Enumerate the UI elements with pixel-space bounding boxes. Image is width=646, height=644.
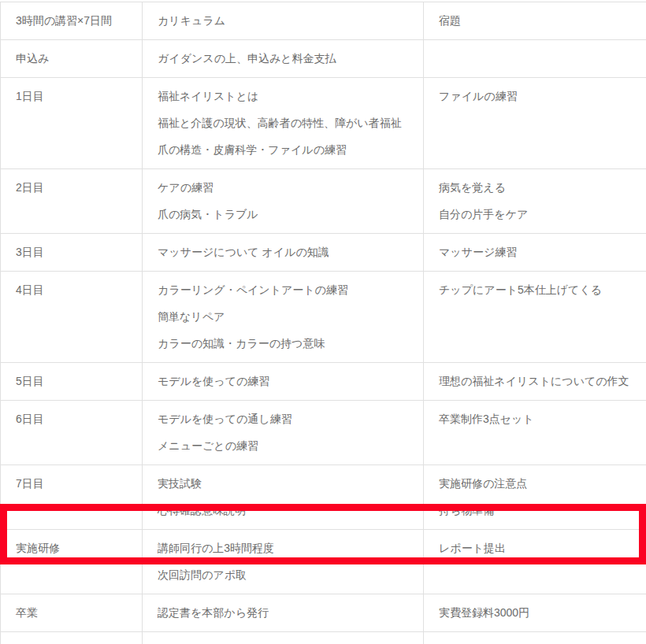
- day-label-cell: 申込み: [1, 40, 143, 78]
- curriculum-line: カラーの知識・カラーの持つ意味: [158, 335, 414, 352]
- homework-line: 理想の福祉ネイリストについての作文: [439, 373, 637, 390]
- day-label-cell: 4日目: [1, 272, 143, 363]
- curriculum-cell: 実技試験 心得確認意味説明: [143, 465, 424, 530]
- day-label-cell: 7日目: [1, 465, 143, 530]
- header-cell-homework: 宿題: [424, 2, 646, 40]
- day-label: 2日目: [16, 180, 132, 196]
- curriculum-table: 3時間の講習×7日間 カリキュラム 宿題 申込み ガイダンスの上、申込みと料金支…: [0, 2, 646, 644]
- table-row: 7日目 実技試験 心得確認意味説明 実施研修の注意点 持ち物準備: [1, 465, 646, 530]
- curriculum-cell: ケアの練習 爪の病気・トラブル: [143, 169, 424, 234]
- curriculum-line: 実技試験: [158, 476, 414, 492]
- day-label-cell: 季節のアートセミナー: [1, 632, 143, 644]
- curriculum-line: 次回訪問のアポ取: [158, 567, 414, 583]
- table-row: 6日目 モデルを使っての通し練習 メニューごとの練習 卒業制作3点セット: [1, 401, 646, 465]
- highlighted-row: 実施研修 講師同行の上3時間程度 次回訪問のアポ取 レポート提出: [1, 530, 646, 594]
- homework-line: ファイルの練習: [439, 88, 637, 105]
- homework-line: 実施研修の注意点: [439, 476, 637, 492]
- homework-cell: 実費登録料3000円: [424, 594, 646, 632]
- curriculum-cell: 年に4回: [143, 632, 424, 644]
- curriculum-line: 爪の病気・トラブル: [158, 206, 414, 223]
- homework-cell: マッサージ練習: [424, 234, 646, 272]
- homework-cell: チップにアート5本仕上げてくる: [424, 272, 646, 363]
- day-label-cell: 5日目: [1, 363, 143, 401]
- table-row: 4日目 カラーリング・ペイントアートの練習 簡単なリペア カラーの知識・カラーの…: [1, 272, 646, 363]
- day-label-cell: 3日目: [1, 234, 143, 272]
- curriculum-cell: モデルを使っての練習: [143, 363, 424, 401]
- curriculum-cell: 講師同行の上3時間程度 次回訪問のアポ取: [143, 530, 424, 594]
- header-cell-curriculum: カリキュラム: [143, 2, 424, 40]
- curriculum-line: 認定書を本部から発行: [158, 605, 414, 621]
- homework-cell: レポート提出: [424, 530, 646, 594]
- curriculum-line: ケアの練習: [158, 180, 414, 196]
- day-label: 5日目: [16, 373, 132, 390]
- header-duration-label: 3時間の講習×7日間: [16, 13, 132, 29]
- homework-cell: ファイルの練習: [424, 78, 646, 169]
- curriculum-line: 爪の構造・皮膚科学・ファイルの練習: [158, 142, 414, 158]
- curriculum-cell: モデルを使っての通し練習 メニューごとの練習: [143, 401, 424, 465]
- day-label: 申込み: [16, 50, 132, 67]
- homework-line: チップにアート5本仕上げてくる: [439, 282, 637, 298]
- curriculum-line: 講師同行の上3時間程度: [158, 540, 414, 557]
- day-label: 卒業: [16, 605, 132, 621]
- curriculum-line: メニューごとの練習: [158, 438, 414, 454]
- day-label: 1日目: [16, 88, 132, 105]
- table-row: 申込み ガイダンスの上、申込みと料金支払: [1, 40, 646, 78]
- curriculum-page: 3時間の講習×7日間 カリキュラム 宿題 申込み ガイダンスの上、申込みと料金支…: [0, 0, 646, 644]
- day-label-cell: 実施研修: [1, 530, 143, 594]
- homework-line: 自分の片手をケア: [439, 206, 637, 223]
- table-row: 卒業 認定書を本部から発行 実費登録料3000円: [1, 594, 646, 632]
- curriculum-line: 福祉と介護の現状、高齢者の特性、障がい者福祉: [158, 115, 414, 131]
- homework-cell: 年に4回: [424, 632, 646, 644]
- day-label-cell: 6日目: [1, 401, 143, 465]
- header-cell-duration: 3時間の講習×7日間: [1, 2, 143, 40]
- curriculum-line: カラーリング・ペイントアートの練習: [158, 282, 414, 298]
- curriculum-line: モデルを使っての練習: [158, 373, 414, 390]
- homework-line: 卒業制作3点セット: [439, 411, 637, 427]
- table-row: 季節のアートセミナー 年に4回 年に4回: [1, 632, 646, 644]
- homework-cell: 病気を覚える 自分の片手をケア: [424, 169, 646, 234]
- curriculum-line: 簡単なリペア: [158, 309, 414, 325]
- curriculum-cell: 福祉ネイリストとは 福祉と介護の現状、高齢者の特性、障がい者福祉 爪の構造・皮膚…: [143, 78, 424, 169]
- table-row: 3日目 マッサージについて オイルの知識 マッサージ練習: [1, 234, 646, 272]
- homework-cell: 理想の福祉ネイリストについての作文: [424, 363, 646, 401]
- day-label-cell: 卒業: [1, 594, 143, 632]
- curriculum-cell: 認定書を本部から発行: [143, 594, 424, 632]
- homework-cell: 実施研修の注意点 持ち物準備: [424, 465, 646, 530]
- homework-line: レポート提出: [439, 540, 637, 557]
- homework-line: マッサージ練習: [439, 244, 637, 261]
- table-row: 1日目 福祉ネイリストとは 福祉と介護の現状、高齢者の特性、障がい者福祉 爪の構…: [1, 78, 646, 169]
- day-label: 3日目: [16, 244, 132, 261]
- curriculum-cell: マッサージについて オイルの知識: [143, 234, 424, 272]
- table-row: 2日目 ケアの練習 爪の病気・トラブル 病気を覚える 自分の片手をケア: [1, 169, 646, 234]
- curriculum-cell: カラーリング・ペイントアートの練習 簡単なリペア カラーの知識・カラーの持つ意味: [143, 272, 424, 363]
- table-header-row: 3時間の講習×7日間 カリキュラム 宿題: [1, 2, 646, 40]
- header-homework-label: 宿題: [439, 13, 637, 29]
- curriculum-line: ガイダンスの上、申込みと料金支払: [158, 50, 414, 67]
- day-label: 4日目: [16, 282, 132, 298]
- homework-line: 病気を覚える: [439, 180, 637, 196]
- curriculum-line: モデルを使っての通し練習: [158, 411, 414, 427]
- day-label: 6日目: [16, 411, 132, 427]
- homework-line: 実費登録料3000円: [439, 605, 637, 621]
- table-row: 5日目 モデルを使っての練習 理想の福祉ネイリストについての作文: [1, 363, 646, 401]
- curriculum-line: 福祉ネイリストとは: [158, 88, 414, 105]
- homework-cell: 卒業制作3点セット: [424, 401, 646, 465]
- homework-cell: [424, 40, 646, 78]
- curriculum-line: マッサージについて オイルの知識: [158, 244, 414, 261]
- day-label-cell: 1日目: [1, 78, 143, 169]
- day-label-cell: 2日目: [1, 169, 143, 234]
- curriculum-cell: ガイダンスの上、申込みと料金支払: [143, 40, 424, 78]
- header-curriculum-label: カリキュラム: [158, 13, 414, 29]
- day-label: 実施研修: [16, 540, 132, 557]
- curriculum-line: 心得確認意味説明: [158, 502, 414, 519]
- day-label: 7日目: [16, 476, 132, 492]
- homework-line: 持ち物準備: [439, 502, 637, 519]
